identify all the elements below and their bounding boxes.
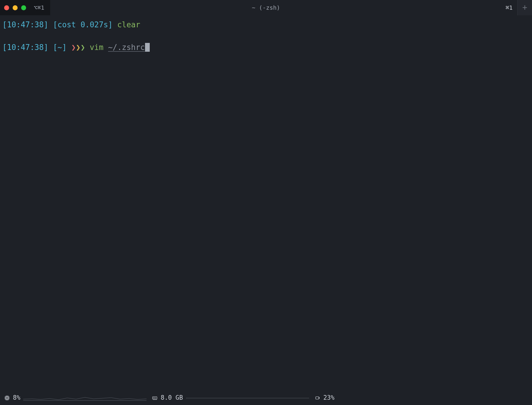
svg-rect-23 [319, 397, 319, 398]
bracket: ] [108, 20, 113, 29]
bracket: ] [44, 43, 48, 52]
cpu-sparkline [23, 395, 147, 401]
svg-rect-0 [6, 396, 9, 399]
maximize-window-button[interactable] [21, 5, 26, 10]
memory-sparkline [186, 398, 309, 398]
timestamp: 10:47:38 [7, 20, 44, 29]
battery-percent: 23% [323, 394, 334, 402]
cpu-percent: 8% [13, 394, 20, 402]
timestamp: 10:47:38 [7, 43, 44, 52]
close-window-button[interactable] [4, 5, 9, 10]
command-text: clear [113, 20, 140, 29]
command-text: vim [85, 43, 108, 52]
memory-status: 8.0 GB [152, 394, 309, 402]
pane-shortcut-label: ⌘1 [501, 4, 517, 12]
cost-label: cost 0.027s [58, 20, 108, 29]
traffic-lights [4, 5, 26, 10]
bracket: ] [44, 20, 48, 29]
new-tab-button[interactable]: + [517, 0, 532, 15]
minimize-window-button[interactable] [13, 5, 18, 10]
cpu-icon [4, 395, 10, 401]
cwd-path: ~ [58, 43, 62, 52]
prompt-chevron-icon: ❯ [76, 43, 80, 52]
command-argument: ~/.zshrc [108, 43, 145, 52]
cursor [145, 43, 150, 52]
window-title: ~ (-zsh) [252, 4, 280, 12]
tab-shortcut-label: ⌥⌘1 [34, 4, 44, 12]
bracket: [ [48, 43, 58, 52]
battery-icon [314, 395, 320, 401]
titlebar: ⌥⌘1 ~ (-zsh) ⌘1 + [0, 0, 532, 15]
prompt-chevron-icon: ❯ [80, 43, 85, 52]
bracket: [ [2, 43, 7, 52]
memory-amount: 8.0 GB [161, 394, 183, 402]
svg-rect-22 [316, 397, 319, 399]
svg-rect-14 [153, 397, 157, 399]
bracket: [ [48, 20, 58, 29]
terminal-tab[interactable]: ⌥⌘1 [0, 0, 50, 15]
bracket: [ [2, 20, 7, 29]
bracket: ] [62, 43, 67, 52]
titlebar-right: ⌘1 + [501, 0, 532, 15]
svg-rect-1 [6, 397, 8, 399]
plus-icon: + [522, 2, 527, 13]
cpu-status: 8% [4, 394, 147, 402]
memory-icon [152, 395, 158, 401]
battery-status: 23% [314, 394, 334, 402]
terminal-output-line: [10:47:38] [cost 0.027s] clear [2, 19, 530, 30]
terminal-prompt-line: [10:47:38] [~] ❯❯❯ vim ~/.zshrc [2, 42, 530, 53]
statusbar: 8% 8.0 GB 23% [0, 391, 532, 405]
terminal-area[interactable]: [10:47:38] [cost 0.027s] clear [10:47:38… [0, 15, 532, 391]
blank-line [2, 31, 530, 42]
prompt-chevron-icon: ❯ [67, 43, 76, 52]
